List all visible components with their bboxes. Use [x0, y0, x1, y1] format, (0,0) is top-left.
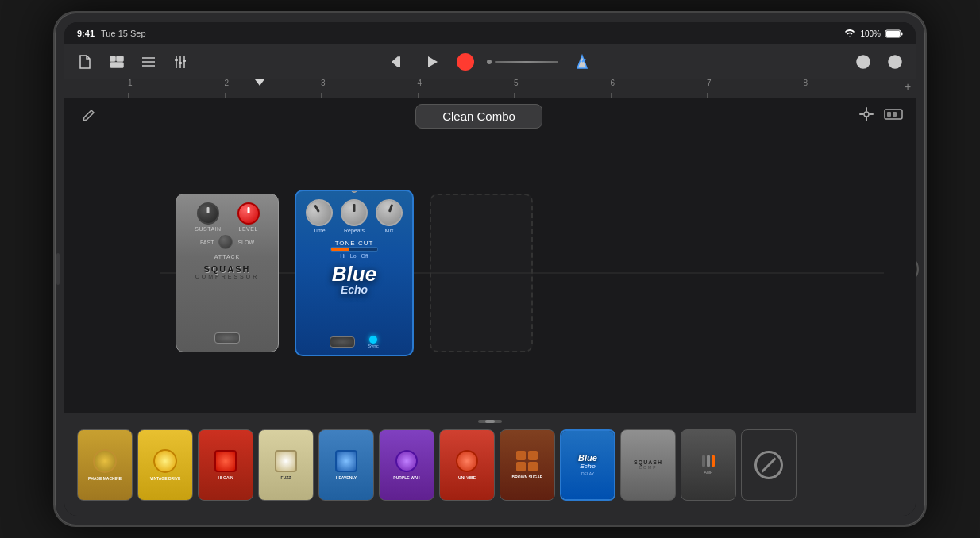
- mixer-button[interactable]: [169, 51, 191, 73]
- help-button[interactable]: ?: [884, 51, 906, 73]
- record-button[interactable]: [457, 53, 474, 71]
- list-view-button[interactable]: [137, 51, 160, 73]
- time-knob-body[interactable]: [301, 194, 338, 231]
- svg-rect-2: [901, 32, 903, 35]
- svg-text:?: ?: [893, 58, 898, 67]
- hi-label: Hi: [340, 253, 345, 259]
- sync-dot: [369, 336, 377, 344]
- squash-knobs: Sustain Level: [195, 202, 259, 232]
- status-right: 100%: [844, 29, 903, 38]
- mix-knob[interactable]: Mix: [376, 199, 403, 233]
- sustain-knob[interactable]: Sustain: [195, 202, 221, 232]
- effect-thumb-vibe[interactable]: Uni-Vibe: [439, 429, 495, 501]
- svg-rect-27: [887, 112, 891, 117]
- repeats-knob[interactable]: Repeats: [341, 199, 368, 233]
- effect-thumb-amp[interactable]: Amp: [681, 429, 736, 501]
- sync-indicator[interactable]: Sync: [368, 336, 378, 348]
- squash-footswitch[interactable]: [214, 332, 240, 344]
- clock-button[interactable]: [852, 51, 874, 73]
- off-label: Off: [361, 253, 368, 259]
- effect-thumb-heavenly[interactable]: Heavenly: [318, 429, 374, 501]
- lo-label: Lo: [350, 253, 357, 259]
- echo-pedal[interactable]: Time Repeats Mix Tone Cut: [295, 190, 414, 356]
- svg-rect-4: [117, 56, 123, 61]
- time-label: Time: [313, 228, 325, 233]
- ruler-mark-3: 3: [321, 79, 418, 94]
- svg-rect-12: [175, 59, 178, 61]
- effect-thumb-yellow[interactable]: Vintage Drive: [137, 429, 193, 501]
- pencil-icon[interactable]: [77, 105, 99, 127]
- amp-header-right: [858, 106, 903, 125]
- sustain-label: Sustain: [195, 226, 221, 232]
- repeats-knob-body[interactable]: [341, 199, 368, 226]
- pedalboard: Sustain Level Fast Slow Attack Squash: [64, 133, 916, 413]
- side-button[interactable]: [56, 253, 60, 285]
- status-date: Tue 15 Sep: [101, 29, 145, 38]
- tone-cut-bar[interactable]: [330, 247, 378, 252]
- tuner-button[interactable]: [858, 106, 874, 125]
- svg-rect-3: [110, 56, 115, 61]
- new-doc-button[interactable]: [74, 51, 96, 73]
- status-time: 9:41: [77, 29, 95, 38]
- svg-rect-13: [179, 62, 182, 64]
- scroll-indicator: [478, 420, 502, 423]
- tracks-view-button[interactable]: [106, 51, 128, 73]
- mix-label: Mix: [385, 228, 394, 233]
- level-label: Level: [239, 226, 258, 232]
- toolbar: ?: [64, 44, 916, 79]
- rewind-button[interactable]: [387, 51, 409, 73]
- svg-rect-1: [886, 31, 900, 37]
- effect-thumb-phase[interactable]: Phase Machine: [77, 429, 133, 501]
- svg-rect-16: [398, 56, 400, 67]
- svg-rect-5: [110, 63, 123, 67]
- pedalboard-view-button[interactable]: [884, 107, 903, 125]
- effect-thumb-purple[interactable]: Purple Wah: [379, 429, 434, 501]
- repeats-label: Repeats: [344, 228, 365, 233]
- hilo-row: Hi Lo Off: [340, 253, 368, 259]
- ruler-mark-7: 7: [707, 79, 804, 94]
- attack-row: Fast Slow: [200, 235, 254, 249]
- tone-cut-label: Tone Cut: [335, 240, 374, 247]
- picker-scroll: Phase Machine Vintage Drive Hi-Gain: [77, 429, 797, 501]
- no-effect-icon: [754, 451, 783, 479]
- volume-control[interactable]: [487, 60, 558, 64]
- effect-thumb-squash[interactable]: SQUASH Comp: [620, 429, 676, 501]
- time-knob[interactable]: Time: [306, 199, 333, 233]
- add-track-button[interactable]: +: [900, 79, 916, 94]
- squash-brand: Squash: [203, 264, 250, 274]
- preset-name-button[interactable]: Clean Combo: [415, 104, 542, 129]
- status-bar: 9:41 Tue 15 Sep 100%: [64, 22, 916, 44]
- level-knob[interactable]: Level: [237, 202, 260, 232]
- echo-brand-echo: Echo: [341, 284, 368, 295]
- effect-thumb-brown[interactable]: Brown Sugar: [500, 429, 555, 501]
- ruler-mark-5: 5: [514, 79, 611, 94]
- amp-header: Clean Combo: [64, 98, 916, 133]
- squash-subtitle: Compressor: [195, 274, 260, 279]
- echo-footswitch[interactable]: [330, 336, 355, 348]
- ipad-frame: 9:41 Tue 15 Sep 100%: [53, 11, 927, 527]
- echo-port: [351, 190, 357, 193]
- main-content: Clean Combo: [64, 98, 916, 516]
- attack-knob[interactable]: [218, 235, 233, 249]
- level-knob-body[interactable]: [237, 202, 260, 225]
- metronome-button[interactable]: [571, 51, 593, 73]
- echo-bottom: Sync: [303, 336, 406, 348]
- ruler-mark-4: 4: [418, 79, 515, 94]
- effects-picker: Phase Machine Vintage Drive Hi-Gain: [64, 413, 916, 516]
- svg-marker-15: [392, 56, 398, 67]
- effect-thumb-echo[interactable]: Blue Echo DELAY: [560, 429, 615, 501]
- ruler-mark-8: 8: [804, 79, 901, 94]
- effect-thumb-fuzz[interactable]: Fuzz: [258, 429, 314, 501]
- effect-thumb-none[interactable]: [741, 429, 797, 501]
- ruler: 1 2 3 4 5 6 7 8 +: [64, 79, 916, 98]
- effect-thumb-red[interactable]: Hi-Gain: [198, 429, 253, 501]
- svg-marker-17: [428, 56, 438, 67]
- squash-pedal[interactable]: Sustain Level Fast Slow Attack Squash: [176, 194, 279, 352]
- svg-point-25: [864, 112, 869, 117]
- status-left: 9:41 Tue 15 Sep: [77, 29, 146, 38]
- play-button[interactable]: [422, 51, 444, 73]
- tone-cut-fill: [331, 248, 349, 251]
- ruler-mark-6: 6: [611, 79, 708, 94]
- sustain-knob-body[interactable]: [197, 202, 219, 225]
- mix-knob-body[interactable]: [372, 195, 407, 230]
